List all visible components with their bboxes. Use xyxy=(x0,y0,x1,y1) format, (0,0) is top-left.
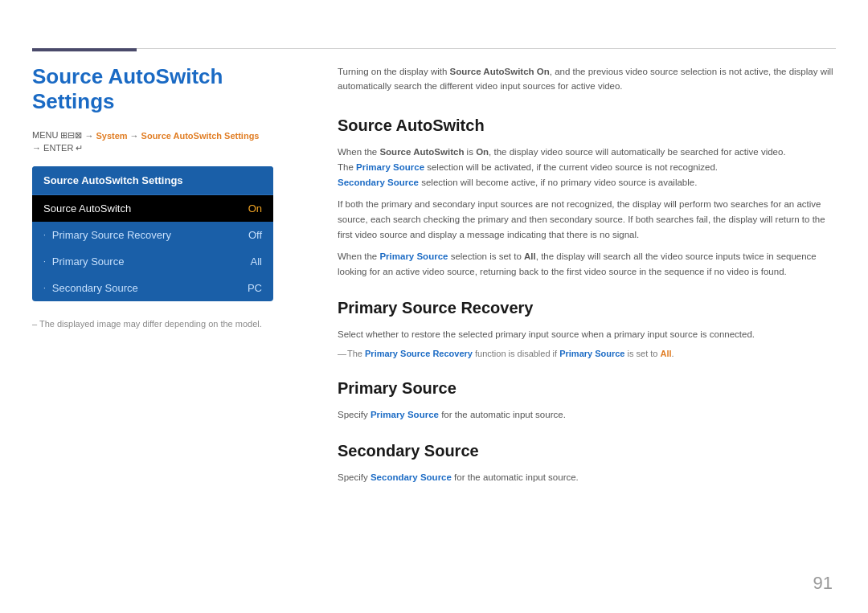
section-title-primary-source-recovery: Primary Source Recovery xyxy=(338,299,836,317)
section-title-secondary-source: Secondary Source xyxy=(338,442,836,460)
menu-box: Source AutoSwitch Settings Source AutoSw… xyxy=(32,166,273,301)
page-title: Source AutoSwitch Settings xyxy=(32,64,305,114)
section-body-primary-source-recovery: Select whether to restore the selected p… xyxy=(338,327,836,360)
menu-item-secondary-source-label: · Secondary Source xyxy=(43,282,138,294)
top-line xyxy=(32,48,836,49)
dot-icon: · xyxy=(43,257,46,266)
breadcrumb-menu: MENU ⊞⊟⊠ xyxy=(32,130,82,141)
menu-item-primary-source-recovery-value: Off xyxy=(248,229,262,241)
menu-item-primary-source-recovery[interactable]: · Primary Source Recovery Off xyxy=(32,222,273,248)
menu-item-secondary-source-value: PC xyxy=(248,282,262,294)
section-body-secondary-source: Specify Secondary Source for the automat… xyxy=(338,470,836,485)
menu-box-title: Source AutoSwitch Settings xyxy=(32,166,273,195)
menu-item-source-autoswitch[interactable]: Source AutoSwitch On xyxy=(32,195,273,222)
note-primary-source-recovery: The Primary Source Recovery function is … xyxy=(338,347,836,361)
breadcrumb-system: System xyxy=(96,131,127,141)
left-accent xyxy=(32,48,137,51)
menu-item-secondary-source[interactable]: · Secondary Source PC xyxy=(32,275,273,301)
footnote: The displayed image may differ depending… xyxy=(32,317,305,331)
section-title-primary-source: Primary Source xyxy=(338,379,836,398)
dot-icon: · xyxy=(43,284,46,292)
menu-item-primary-source-recovery-label: · Primary Source Recovery xyxy=(43,229,171,241)
intro-text: Turning on the display with Source AutoS… xyxy=(338,64,836,94)
page-number: 91 xyxy=(813,573,833,594)
menu-item-primary-source-label: · Primary Source xyxy=(43,255,124,268)
section-title-source-autoswitch: Source AutoSwitch xyxy=(338,116,836,135)
section-body-primary-source: Specify Primary Source for the automatic… xyxy=(338,407,836,423)
breadcrumb: MENU ⊞⊟⊠ → System → Source AutoSwitch Se… xyxy=(32,130,305,153)
menu-item-source-autoswitch-label: Source AutoSwitch xyxy=(43,202,131,215)
menu-item-source-autoswitch-value: On xyxy=(248,202,262,215)
left-column: Source AutoSwitch Settings MENU ⊞⊟⊠ → Sy… xyxy=(32,56,305,581)
menu-item-primary-source-value: All xyxy=(251,255,262,268)
breadcrumb-settings: Source AutoSwitch Settings xyxy=(141,131,260,141)
right-column: Turning on the display with Source AutoS… xyxy=(338,56,836,581)
menu-item-primary-source[interactable]: · Primary Source All xyxy=(32,248,273,275)
dot-icon: · xyxy=(43,231,46,239)
section-body-source-autoswitch: When the Source AutoSwitch is On, the di… xyxy=(338,145,836,280)
